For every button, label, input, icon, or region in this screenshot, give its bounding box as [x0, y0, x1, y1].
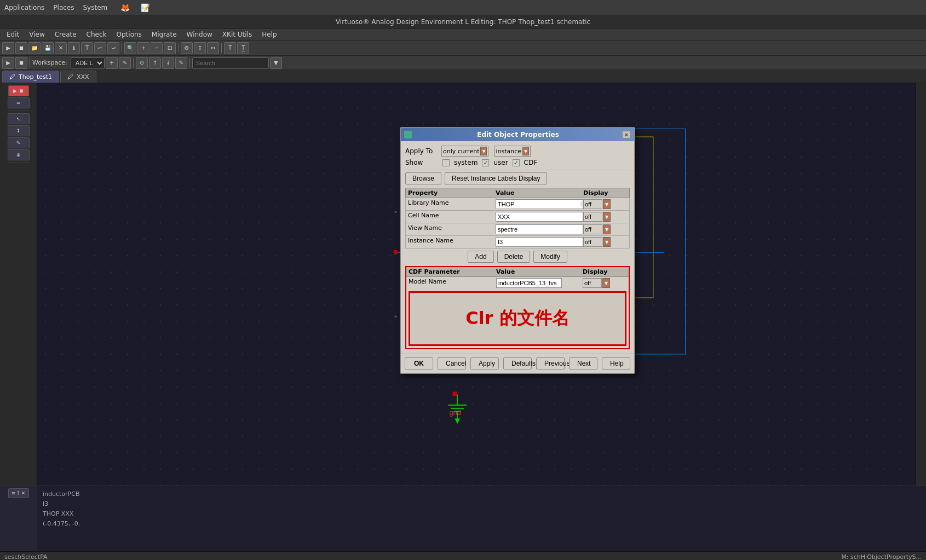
cancel-button[interactable]: Cancel [438, 357, 466, 370]
workspace-select[interactable]: ADE L [71, 57, 105, 68]
tb-btn-18[interactable]: T̲ [237, 42, 249, 54]
tb2-btn-1[interactable]: ▶ [2, 57, 14, 69]
cdf-display-input[interactable] [583, 278, 602, 288]
apply-to-value1: only current [443, 148, 479, 155]
lp-btn-5[interactable]: ✎ [8, 137, 30, 148]
apply-to-arrow2[interactable]: ▼ [522, 147, 529, 155]
tb2-btn-7[interactable]: ↓ [162, 57, 174, 69]
tb-btn-6[interactable]: ℹ [68, 42, 80, 54]
tb-btn-11[interactable]: + [137, 42, 149, 54]
menu-options[interactable]: Options [112, 30, 146, 39]
apply-to-arrow1[interactable]: ▼ [480, 147, 487, 155]
tb-btn-7[interactable]: T [81, 42, 93, 54]
dialog-body: Apply To only current ▼ instance ▼ Show [401, 141, 634, 354]
library-name-input[interactable] [496, 199, 583, 209]
next-button[interactable]: Next [569, 357, 597, 370]
previous-button[interactable]: Previous [536, 357, 565, 370]
tab-thop-test1[interactable]: 🖊 Thop_test1 [2, 71, 59, 83]
tb-btn-2[interactable]: ⏹ [15, 42, 27, 54]
col-property: Property [408, 189, 496, 197]
taskbar-system[interactable]: System [83, 4, 107, 11]
menu-create[interactable]: Create [50, 30, 81, 39]
library-display-arrow[interactable]: ▼ [603, 199, 611, 209]
tb-btn-10[interactable]: 🔍 [124, 42, 136, 54]
bl-btn-1[interactable]: ≡ ? ✕ [8, 488, 29, 498]
app-titlebar: Virtuoso® Analog Design Environment L Ed… [0, 15, 926, 28]
apply-to-select1[interactable]: only current ▼ [441, 146, 488, 157]
lp-btn-3[interactable]: ↖ [8, 113, 30, 124]
tb2-btn-4[interactable]: ✎ [119, 57, 131, 69]
tab-xxx[interactable]: 🖊 XXX [60, 71, 96, 83]
tb-btn-3[interactable]: 📁 [28, 42, 41, 54]
reset-button[interactable]: Reset Instance Labels Display [445, 172, 547, 184]
table-row-instance: Instance Name ▼ [405, 236, 630, 249]
cdf-model-input[interactable] [496, 278, 562, 288]
help-button[interactable]: Help [602, 357, 630, 370]
ok-button[interactable]: OK [405, 357, 433, 370]
menu-migrate[interactable]: Migrate [147, 30, 181, 39]
menu-check[interactable]: Check [82, 30, 111, 39]
show-system-checkbox[interactable] [442, 159, 450, 166]
library-display-input[interactable] [583, 199, 602, 209]
cell-display-input[interactable] [583, 212, 602, 222]
tb-btn-15[interactable]: ↕ [194, 42, 206, 54]
search-dropdown[interactable]: ▼ [270, 57, 282, 69]
tb-btn-17[interactable]: T [224, 42, 236, 54]
tb-btn-4[interactable]: 💾 [42, 42, 54, 54]
delete-button[interactable]: Delete [497, 251, 531, 263]
lp-btn-4[interactable]: ↕ [8, 125, 30, 136]
menu-view[interactable]: View [25, 30, 49, 39]
table-row-library: Library Name | ▼ [405, 198, 630, 211]
tb2-btn-8[interactable]: ✎ [175, 57, 187, 69]
tb-btn-9[interactable]: ⤻ [107, 42, 119, 54]
apply-to-select2[interactable]: instance ▼ [494, 146, 531, 157]
instance-display-arrow[interactable]: ▼ [603, 237, 611, 247]
lp-btn-1[interactable]: ▶ ⏹ [8, 85, 29, 96]
defaults-button[interactable]: Defaults [503, 357, 532, 370]
tb2-btn-2[interactable]: ⏹ [15, 57, 27, 69]
apply-to-row: Apply To only current ▼ instance ▼ [405, 146, 630, 157]
search-input[interactable] [192, 57, 269, 68]
tb-btn-5[interactable]: ✕ [55, 42, 67, 54]
view-display-select[interactable]: ▼ [583, 224, 627, 234]
view-name-input[interactable] [496, 224, 583, 234]
show-user-checkbox[interactable] [482, 159, 489, 166]
show-cdf-checkbox[interactable] [513, 159, 520, 166]
lp-btn-2[interactable]: ≡ [8, 97, 30, 108]
instance-display-select[interactable]: ▼ [583, 237, 627, 247]
cell-display-select[interactable]: ▼ [583, 212, 627, 222]
view-display-input[interactable] [583, 224, 602, 234]
menu-help[interactable]: Help [257, 30, 281, 39]
tb-btn-1[interactable]: ▶ [2, 42, 14, 54]
cell-display-arrow[interactable]: ▼ [603, 212, 611, 222]
taskbar-places[interactable]: Places [53, 4, 74, 11]
tb-btn-12[interactable]: − [151, 42, 163, 54]
library-display-select[interactable]: ▼ [583, 199, 627, 209]
statusbar: seschSelectPA M: schHiObjectPropertyS... [0, 551, 926, 560]
menu-window[interactable]: Window [182, 30, 217, 39]
cdf-display-select[interactable]: ▼ [583, 278, 626, 288]
tb-btn-16[interactable]: ↔ [207, 42, 219, 54]
lp-btn-6[interactable]: ⊕ [8, 149, 30, 160]
tb2-btn-5[interactable]: ⊙ [136, 57, 148, 69]
browse-button[interactable]: Browse [405, 172, 441, 184]
dialog-close-button[interactable]: ✕ [622, 131, 631, 138]
instance-name-input[interactable] [496, 237, 583, 247]
tb2-btn-6[interactable]: ↑ [149, 57, 161, 69]
taskbar-applications[interactable]: Applications [4, 4, 44, 11]
instance-display-input[interactable] [583, 237, 602, 247]
view-display-arrow[interactable]: ▼ [603, 224, 611, 234]
apply-button[interactable]: Apply [470, 357, 499, 370]
tb-btn-14[interactable]: ⚙ [181, 42, 193, 54]
menu-xkit[interactable]: XKit Utils [218, 30, 256, 39]
tb2-btn-3[interactable]: + [106, 57, 118, 69]
show-label: Show [405, 159, 438, 166]
add-button[interactable]: Add [468, 251, 493, 263]
tb-btn-13[interactable]: ⊡ [164, 42, 176, 54]
modify-button[interactable]: Modify [533, 251, 567, 263]
edit-object-properties-dialog[interactable]: Edit Object Properties ✕ Apply To only c… [400, 127, 635, 374]
cdf-display-arrow[interactable]: ▼ [602, 278, 610, 288]
tb-btn-8[interactable]: ⤺ [94, 42, 106, 54]
cell-name-input[interactable] [496, 212, 583, 222]
menu-edit[interactable]: Edit [2, 30, 24, 39]
